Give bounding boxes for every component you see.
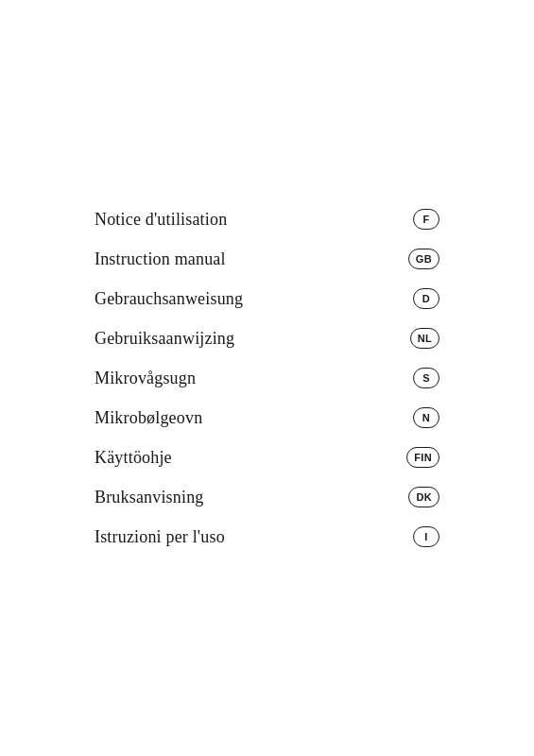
lang-badge: FIN — [406, 447, 439, 468]
lang-badge: D — [413, 288, 439, 309]
manual-title: Bruksanvisning — [95, 488, 204, 507]
manual-item: Istruzioni per l'usoI — [95, 517, 439, 557]
lang-badge: S — [413, 368, 439, 388]
manual-item: Notice d'utilisationF — [95, 199, 439, 239]
manual-title: Notice d'utilisation — [95, 210, 227, 230]
manual-item: GebrauchsanweisungD — [95, 279, 439, 318]
manual-title: Käyttöohje — [95, 448, 172, 468]
lang-badge: N — [413, 407, 439, 428]
manual-item: KäyttöohjeFIN — [95, 438, 439, 477]
manual-title: Mikrobølgeovn — [95, 408, 202, 428]
page: Notice d'utilisationFInstruction manualG… — [0, 0, 534, 756]
manual-title: Instruction manual — [95, 249, 226, 269]
manual-item: GebruiksaanwijzingNL — [95, 318, 439, 358]
lang-badge: DK — [408, 487, 439, 507]
manual-title: Gebruiksaanwijzing — [95, 329, 234, 349]
manual-title: Istruzioni per l'uso — [95, 527, 225, 547]
manual-list: Notice d'utilisationFInstruction manualG… — [95, 199, 439, 557]
lang-badge: NL — [410, 328, 439, 349]
manual-item: Instruction manualGB — [95, 239, 439, 279]
lang-badge: I — [413, 526, 439, 547]
manual-title: Gebrauchsanweisung — [95, 289, 243, 309]
lang-badge: GB — [408, 249, 439, 269]
lang-badge: F — [413, 209, 439, 230]
manual-item: MikrobølgeovnN — [95, 398, 439, 438]
manual-item: BruksanvisningDK — [95, 477, 439, 517]
manual-item: MikrovågsugnS — [95, 358, 439, 398]
manual-title: Mikrovågsugn — [95, 369, 196, 388]
